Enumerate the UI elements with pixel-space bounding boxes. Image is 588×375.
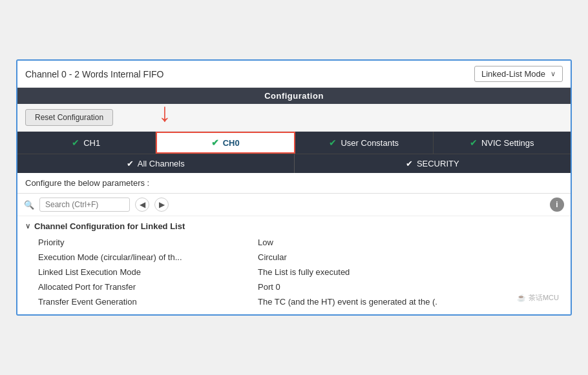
search-input[interactable]: [39, 198, 130, 212]
tab-security[interactable]: ✔ SECURITY: [295, 154, 571, 173]
section-header[interactable]: ∨ Channel Configuration for Linked List: [25, 221, 563, 231]
param-value-priority: Low: [258, 238, 550, 247]
watermark: ☕ 茶话MCU: [517, 293, 559, 303]
header-row: Channel 0 - 2 Words Internal FIFO Linked…: [17, 61, 571, 88]
config-header: Configuration: [17, 88, 571, 104]
tab-security-label: SECURITY: [417, 159, 459, 168]
param-row-transfer-event: Transfer Event Generation The TC (and th…: [25, 294, 563, 309]
param-value-linked-list-mode: The List is fully executed: [258, 267, 550, 277]
param-name-allocated-port: Allocated Port for Transfer: [38, 282, 258, 292]
tab-ch1[interactable]: ✔ CH1: [17, 132, 156, 154]
section-label: Channel Configuration for Linked List: [34, 221, 185, 231]
tab-all-channels-label: All Channels: [138, 159, 185, 168]
param-row-linked-list-mode: Linked List Execution Mode The List is f…: [25, 265, 563, 279]
mode-label: Linked-List Mode: [481, 69, 545, 79]
tab-all-channels[interactable]: ✔ All Channels: [17, 154, 295, 173]
param-name-linked-list-mode: Linked List Execution Mode: [38, 267, 258, 277]
check-icon-ch0: ✔: [211, 137, 219, 148]
param-row-execution-mode: Execution Mode (circular/linear) of th..…: [25, 250, 563, 265]
param-value-allocated-port: Port 0: [258, 282, 550, 292]
chevron-down-icon: ∨: [551, 70, 556, 78]
tab-user-constants-label: User Constants: [341, 138, 399, 148]
check-icon-ch1: ✔: [72, 137, 79, 148]
section-expand-icon: ∨: [25, 222, 30, 230]
tab-ch0[interactable]: ✔ CH0: [156, 132, 296, 154]
watermark-text: 茶话MCU: [529, 293, 559, 303]
param-value-transfer-event: The TC (and the HT) event is generated a…: [258, 297, 550, 307]
channel-title: Channel 0 - 2 Words Internal FIFO: [25, 69, 467, 79]
param-name-execution-mode: Execution Mode (circular/linear) of th..…: [38, 252, 258, 262]
tab-nvic-settings-label: NVIC Settings: [481, 138, 534, 148]
info-button[interactable]: i: [550, 198, 564, 212]
search-icon: 🔍: [24, 200, 34, 210]
check-icon-user-constants: ✔: [329, 137, 337, 148]
watermark-icon: ☕: [517, 294, 526, 302]
chevron-right-icon: ▶: [159, 200, 165, 209]
chevron-left-icon: ◀: [140, 200, 145, 209]
check-icon-all-channels: ✔: [127, 159, 134, 168]
next-button[interactable]: ▶: [154, 198, 169, 212]
toolbar: Reset Configuration: [17, 104, 571, 132]
tab-nvic-settings[interactable]: ✔ NVIC Settings: [434, 132, 571, 154]
search-row: 🔍 ◀ ▶ i: [17, 194, 571, 216]
tab-user-constants[interactable]: ✔ User Constants: [295, 132, 434, 154]
params-area: ∨ Channel Configuration for Linked List …: [17, 216, 571, 314]
param-row-priority: Priority Low: [25, 235, 563, 250]
param-name-priority: Priority: [38, 238, 258, 247]
tabs-row-1: ✔ CH1 ✔ CH0 ✔ User Constants ✔ NVIC Sett…: [17, 132, 571, 154]
main-window: Channel 0 - 2 Words Internal FIFO Linked…: [16, 59, 572, 316]
check-icon-security: ✔: [406, 159, 413, 168]
check-icon-nvic-settings: ✔: [470, 137, 478, 148]
prev-button[interactable]: ◀: [135, 198, 149, 212]
tab-ch1-label: CH1: [83, 138, 100, 148]
param-row-allocated-port: Allocated Port for Transfer Port 0: [25, 279, 563, 294]
mode-select[interactable]: Linked-List Mode ∨: [474, 66, 563, 82]
info-icon: i: [556, 200, 558, 209]
reset-configuration-button[interactable]: Reset Configuration: [25, 109, 113, 126]
tab-ch0-label: CH0: [223, 138, 240, 148]
param-name-transfer-event: Transfer Event Generation: [38, 297, 258, 307]
content-wrapper: ✔ CH1 ✔ CH0 ✔ User Constants ✔ NVIC Sett…: [17, 132, 571, 314]
tabs-row-2: ✔ All Channels ✔ SECURITY: [17, 154, 571, 173]
configure-label: Configure the below parameters :: [17, 173, 571, 194]
param-value-execution-mode: Circular: [258, 252, 550, 262]
